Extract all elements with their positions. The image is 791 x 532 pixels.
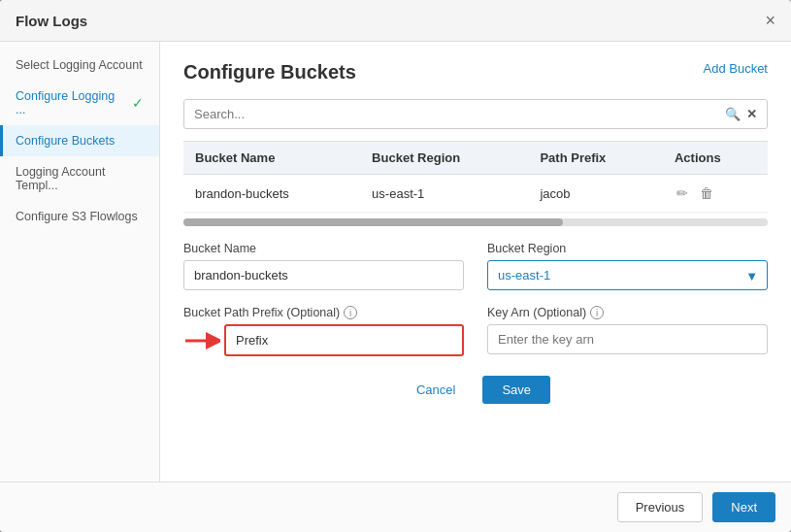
modal: Flow Logs × Select Logging Account Confi… — [0, 0, 791, 532]
bucket-name-input[interactable] — [183, 260, 464, 290]
search-icons: 🔍 ✕ — [725, 107, 757, 121]
bucket-region-label: Bucket Region — [487, 242, 768, 255]
search-input[interactable] — [194, 107, 725, 121]
search-bar: 🔍 ✕ — [183, 99, 768, 129]
modal-body: Select Logging Account Configure Logging… — [0, 42, 791, 482]
form-actions: Cancel Save — [183, 376, 768, 404]
bucket-name-group: Bucket Name — [183, 242, 464, 290]
bucket-region-select-wrapper: us-east-1 us-east-2 us-west-1 us-west-2 … — [487, 260, 768, 290]
table-header-row: Bucket Name Bucket Region Path Prefix Ac… — [183, 142, 768, 175]
sidebar-item-label: Configure Logging ... — [16, 89, 126, 116]
table-row: brandon-buckets us-east-1 jacob ✏ 🗑 — [183, 175, 768, 213]
col-actions: Actions — [663, 142, 768, 175]
key-arn-info-icon: i — [590, 306, 604, 319]
add-bucket-link[interactable]: Add Bucket — [704, 61, 769, 76]
scrollbar-thumb — [183, 218, 563, 226]
previous-button[interactable]: Previous — [617, 492, 704, 522]
modal-overlay: Flow Logs × Select Logging Account Confi… — [0, 0, 791, 532]
bucket-name-label: Bucket Name — [183, 242, 464, 255]
key-arn-input[interactable] — [487, 324, 768, 354]
edit-button[interactable]: ✏ — [675, 183, 690, 203]
modal-footer: Previous Next — [0, 482, 791, 532]
next-button[interactable]: Next — [712, 492, 775, 522]
clear-search-button[interactable]: ✕ — [746, 107, 757, 121]
key-arn-label: Key Arn (Optional) i — [487, 306, 768, 319]
sidebar-item-select-logging-account[interactable]: Select Logging Account — [0, 50, 159, 81]
sidebar: Select Logging Account Configure Logging… — [0, 42, 160, 482]
sidebar-item-configure-logging[interactable]: Configure Logging ... ✓ — [0, 81, 159, 125]
search-icon: 🔍 — [725, 107, 741, 121]
col-path-prefix: Path Prefix — [528, 142, 663, 175]
table-scrollbar[interactable] — [183, 218, 768, 226]
path-prefix-label: Bucket Path Prefix (Optional) i — [183, 306, 464, 319]
sidebar-item-logging-account-templ[interactable]: Logging Account Templ... — [0, 156, 159, 201]
path-prefix-row — [183, 324, 464, 356]
red-arrow-indicator — [183, 331, 220, 350]
page-title: Configure Buckets — [183, 61, 768, 83]
bucket-region-group: Bucket Region us-east-1 us-east-2 us-wes… — [487, 242, 768, 290]
key-arn-group: Key Arn (Optional) i — [487, 306, 768, 356]
sidebar-item-configure-s3-flowlogs[interactable]: Configure S3 Flowlogs — [0, 201, 159, 232]
check-icon: ✓ — [132, 95, 144, 111]
main-content: Configure Buckets Add Bucket 🔍 ✕ Bucket … — [160, 42, 791, 482]
save-button[interactable]: Save — [482, 376, 550, 404]
col-bucket-name: Bucket Name — [183, 142, 360, 175]
delete-button[interactable]: 🗑 — [698, 183, 715, 203]
path-prefix-group: Bucket Path Prefix (Optional) i — [183, 306, 464, 356]
buckets-table: Bucket Name Bucket Region Path Prefix Ac… — [183, 141, 768, 213]
arrow-svg — [183, 331, 220, 350]
sidebar-item-label: Configure Buckets — [16, 134, 115, 148]
bucket-form: Bucket Name Bucket Region us-east-1 us-e… — [183, 242, 768, 356]
path-prefix-input[interactable] — [224, 324, 464, 356]
cancel-button[interactable]: Cancel — [401, 376, 471, 404]
modal-title: Flow Logs — [16, 13, 87, 29]
sidebar-item-label: Configure S3 Flowlogs — [16, 210, 138, 223]
cell-bucket-region: us-east-1 — [360, 175, 528, 213]
cell-path-prefix: jacob — [528, 175, 663, 213]
cell-bucket-name: brandon-buckets — [183, 175, 360, 213]
close-button[interactable]: × — [765, 12, 775, 29]
sidebar-item-label: Select Logging Account — [16, 58, 143, 72]
sidebar-item-label: Logging Account Templ... — [16, 165, 144, 192]
sidebar-item-configure-buckets[interactable]: Configure Buckets — [0, 125, 159, 156]
path-prefix-info-icon: i — [344, 306, 357, 319]
cell-actions: ✏ 🗑 — [663, 175, 768, 213]
modal-header: Flow Logs × — [0, 0, 791, 42]
col-bucket-region: Bucket Region — [360, 142, 528, 175]
row-actions: ✏ 🗑 — [675, 183, 756, 203]
bucket-region-select[interactable]: us-east-1 us-east-2 us-west-1 us-west-2 — [487, 260, 768, 290]
